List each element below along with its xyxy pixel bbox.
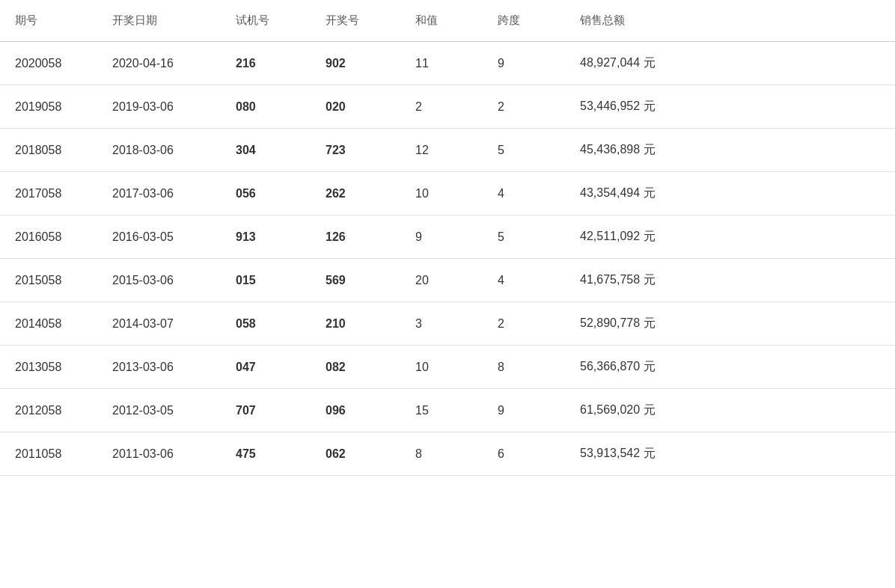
- cell-date: 2014-03-07: [97, 302, 221, 346]
- table-row: 20160582016-03-059131269542,511,092 元: [0, 215, 895, 259]
- cell-date: 2016-03-05: [97, 215, 221, 259]
- cell-shiji: 080: [221, 85, 311, 129]
- cell-qihao: 2013058: [0, 346, 97, 389]
- cell-date: 2019-03-06: [97, 85, 221, 129]
- cell-shiji: 216: [221, 42, 311, 85]
- header-date: 开奖日期: [97, 0, 221, 42]
- cell-kaijang: 126: [311, 215, 400, 259]
- cell-qihao: 2018058: [0, 129, 97, 172]
- cell-qihao: 2019058: [0, 85, 97, 129]
- cell-hezhi: 8: [400, 432, 483, 476]
- cell-shiji: 015: [221, 259, 311, 302]
- header-qihao: 期号: [0, 0, 97, 42]
- cell-hezhi: 11: [400, 42, 483, 85]
- cell-kuadu: 6: [483, 432, 565, 476]
- cell-date: 2017-03-06: [97, 172, 221, 215]
- cell-kuadu: 2: [483, 85, 565, 129]
- cell-shiji: 913: [221, 215, 311, 259]
- table-row: 20110582011-03-064750628653,913,542 元: [0, 432, 895, 476]
- table-header-row: 期号 开奖日期 试机号 开奖号 和值 跨度 销售总额: [0, 0, 895, 42]
- cell-date: 2012-03-05: [97, 389, 221, 432]
- cell-qihao: 2014058: [0, 302, 97, 346]
- cell-xiaoshou: 42,511,092 元: [565, 215, 895, 259]
- cell-hezhi: 20: [400, 259, 483, 302]
- cell-xiaoshou: 43,354,494 元: [565, 172, 895, 215]
- cell-kaijang: 020: [311, 85, 400, 129]
- table-row: 20180582018-03-0630472312545,436,898 元: [0, 129, 895, 172]
- cell-hezhi: 15: [400, 389, 483, 432]
- table-row: 20170582017-03-0605626210443,354,494 元: [0, 172, 895, 215]
- cell-xiaoshou: 53,913,542 元: [565, 432, 895, 476]
- header-kuadu: 跨度: [483, 0, 565, 42]
- cell-date: 2020-04-16: [97, 42, 221, 85]
- header-shiji: 试机号: [221, 0, 311, 42]
- cell-date: 2018-03-06: [97, 129, 221, 172]
- table-row: 20200582020-04-1621690211948,927,044 元: [0, 42, 895, 85]
- cell-xiaoshou: 41,675,758 元: [565, 259, 895, 302]
- cell-date: 2015-03-06: [97, 259, 221, 302]
- cell-qihao: 2020058: [0, 42, 97, 85]
- cell-date: 2013-03-06: [97, 346, 221, 389]
- cell-hezhi: 3: [400, 302, 483, 346]
- cell-kaijang: 569: [311, 259, 400, 302]
- cell-kuadu: 4: [483, 259, 565, 302]
- cell-kuadu: 8: [483, 346, 565, 389]
- cell-date: 2011-03-06: [97, 432, 221, 476]
- cell-kaijang: 723: [311, 129, 400, 172]
- table-row: 20130582013-03-0604708210856,366,870 元: [0, 346, 895, 389]
- cell-hezhi: 9: [400, 215, 483, 259]
- cell-xiaoshou: 45,436,898 元: [565, 129, 895, 172]
- cell-hezhi: 2: [400, 85, 483, 129]
- cell-qihao: 2012058: [0, 389, 97, 432]
- cell-shiji: 056: [221, 172, 311, 215]
- cell-xiaoshou: 61,569,020 元: [565, 389, 895, 432]
- cell-kuadu: 9: [483, 389, 565, 432]
- cell-kuadu: 5: [483, 129, 565, 172]
- cell-kaijang: 062: [311, 432, 400, 476]
- cell-kaijang: 902: [311, 42, 400, 85]
- table-row: 20190582019-03-060800202253,446,952 元: [0, 85, 895, 129]
- header-xiaoshou: 销售总额: [565, 0, 895, 42]
- cell-shiji: 047: [221, 346, 311, 389]
- cell-kuadu: 4: [483, 172, 565, 215]
- cell-xiaoshou: 56,366,870 元: [565, 346, 895, 389]
- cell-kuadu: 5: [483, 215, 565, 259]
- lottery-table: 期号 开奖日期 试机号 开奖号 和值 跨度 销售总额 20200582020-0…: [0, 0, 895, 476]
- cell-kaijang: 082: [311, 346, 400, 389]
- cell-kaijang: 210: [311, 302, 400, 346]
- cell-shiji: 058: [221, 302, 311, 346]
- cell-kuadu: 2: [483, 302, 565, 346]
- cell-shiji: 707: [221, 389, 311, 432]
- table-row: 20140582014-03-070582103252,890,778 元: [0, 302, 895, 346]
- cell-xiaoshou: 52,890,778 元: [565, 302, 895, 346]
- table-row: 20120582012-03-0570709615961,569,020 元: [0, 389, 895, 432]
- cell-xiaoshou: 48,927,044 元: [565, 42, 895, 85]
- cell-qihao: 2017058: [0, 172, 97, 215]
- cell-xiaoshou: 53,446,952 元: [565, 85, 895, 129]
- cell-qihao: 2015058: [0, 259, 97, 302]
- cell-hezhi: 12: [400, 129, 483, 172]
- cell-qihao: 2016058: [0, 215, 97, 259]
- cell-kuadu: 9: [483, 42, 565, 85]
- table-row: 20150582015-03-0601556920441,675,758 元: [0, 259, 895, 302]
- cell-shiji: 304: [221, 129, 311, 172]
- cell-qihao: 2011058: [0, 432, 97, 476]
- cell-hezhi: 10: [400, 346, 483, 389]
- header-kaijang: 开奖号: [311, 0, 400, 42]
- cell-kaijang: 096: [311, 389, 400, 432]
- cell-shiji: 475: [221, 432, 311, 476]
- cell-hezhi: 10: [400, 172, 483, 215]
- header-hezhi: 和值: [400, 0, 483, 42]
- cell-kaijang: 262: [311, 172, 400, 215]
